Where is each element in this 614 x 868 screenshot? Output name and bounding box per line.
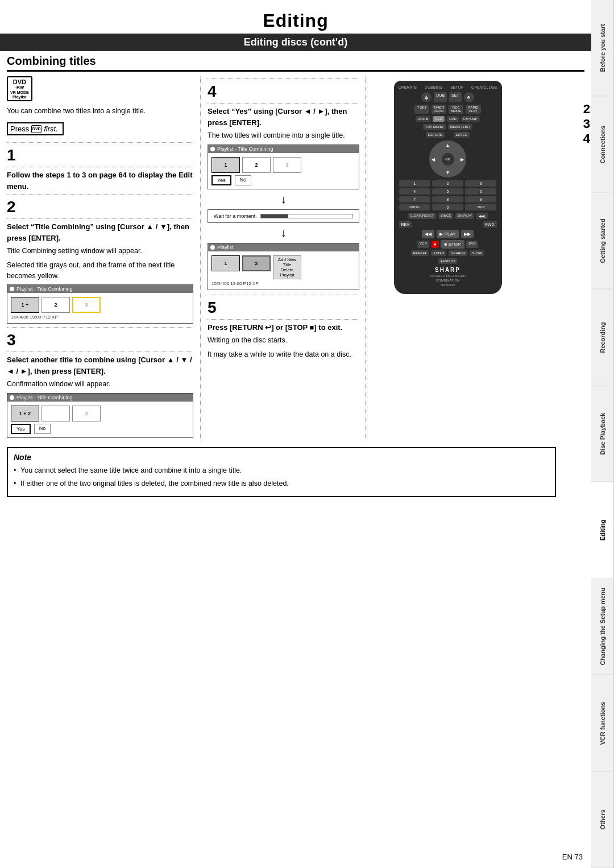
sidebar-tab-vcr-functions[interactable]: VCR functions: [591, 675, 614, 772]
no-btn[interactable]: No: [34, 424, 51, 434]
remote-btn-4[interactable]: 4: [399, 188, 430, 195]
remote-return-btn[interactable]: RETURN: [426, 132, 445, 138]
remote-dvd2-btn[interactable]: DVD: [466, 241, 478, 248]
add-new-title-btn[interactable]: Add New Title Delete Playlist: [273, 255, 301, 279]
remote-rec-btn[interactable]: ●: [432, 241, 439, 248]
remote-nav-center[interactable]: OK: [442, 153, 454, 166]
remote-prev-btn[interactable]: ◀◀|: [476, 213, 488, 219]
dotted-line-4: [7, 218, 193, 219]
step-2-number: 2: [7, 198, 193, 216]
remote-btn-3[interactable]: 3: [465, 180, 496, 187]
remote-recmode-btn[interactable]: RECMODE: [449, 105, 463, 114]
sidebar-tab-disc-playback[interactable]: Disc Playback: [591, 386, 614, 482]
remote-setup-btn[interactable]: SET: [449, 92, 462, 102]
screen-row-3: 1 2 3: [211, 157, 355, 173]
remote-audio-btn[interactable]: AUDIO: [431, 250, 446, 256]
remote-clearreset-btn[interactable]: CLEAR/RESET: [408, 213, 436, 219]
sidebar-tab-changing-setup[interactable]: Changing the Setup menu: [591, 578, 614, 675]
remote-btn-8[interactable]: 8: [432, 196, 463, 202]
step-2-body2: Selected title grays out, and the frame …: [7, 260, 193, 282]
remote-display-btn[interactable]: DISPLAY: [455, 213, 474, 219]
screen-row-2: 1 + 2 3: [11, 406, 189, 421]
remote-tset-btn[interactable]: T-SET: [414, 105, 429, 114]
remote-btn-9[interactable]: 9: [465, 196, 496, 202]
sidebar-num-3: 3: [583, 117, 590, 131]
remote-rapidplay-btn[interactable]: RAPIDPLAY: [466, 105, 480, 114]
remote-topmenu-btn[interactable]: TOP MENU: [423, 124, 445, 130]
remote-nav-ring: ▲ ▼ ◀ ▶ OK: [429, 140, 466, 177]
page-footer: EN 73: [562, 853, 583, 861]
step-4-body: The two titles will combine into a singl…: [208, 130, 359, 141]
remote-nav-down[interactable]: ▼: [446, 170, 450, 175]
remote-nav-up[interactable]: ▲: [446, 143, 450, 148]
remote-tset-row: T-SET TIMERPROG RECMODE RAPIDPLAY: [399, 104, 497, 114]
remote-vcr2-btn[interactable]: VCR: [417, 241, 429, 248]
remote-search-btn[interactable]: SEARCH: [449, 250, 467, 256]
remote-ff-btn[interactable]: ▶▶: [461, 230, 474, 238]
remote-power-btn[interactable]: ⏻: [421, 92, 432, 102]
remote-timer-btn[interactable]: TIMERPROG: [432, 105, 447, 114]
sidebar-tab-getting-started[interactable]: Getting started: [591, 193, 614, 290]
remote-zoom-btn[interactable]: ZOOM: [416, 116, 430, 122]
remote-vcr-btn[interactable]: VCR: [433, 116, 445, 122]
remote-btn-1[interactable]: 1: [399, 180, 430, 187]
section-banner: Editing discs (cont'd): [0, 34, 591, 51]
screen-cell-2: 2: [42, 297, 70, 313]
sidebar-numbers: 2 3 4: [583, 102, 590, 146]
progress-bar: [260, 214, 353, 218]
remote-rev-btn[interactable]: REV: [399, 221, 412, 228]
remote-btn-0[interactable]: 0: [432, 204, 463, 210]
sidebar-tab-before-you-start[interactable]: Before you start: [591, 0, 614, 97]
no-btn-2[interactable]: No: [235, 175, 252, 185]
screen-title-1: Playlist - Title Combining: [16, 286, 73, 292]
step-3-body: Confirmation window will appear.: [7, 379, 193, 390]
yes-btn-2[interactable]: Yes: [211, 175, 231, 185]
remote-btn-skip[interactable]: SKIP: [465, 204, 496, 210]
screen-title-2: Playlist - Title Combining: [16, 395, 73, 400]
screen-body-playlist: 1 2 Add New Title Delete Playlist 15/04/…: [208, 251, 359, 290]
remote-dvd-btn[interactable]: DVD: [447, 116, 459, 122]
note-item-2: If either one of the two original titles…: [14, 478, 549, 489]
remote-nav-right[interactable]: ▶: [460, 156, 464, 162]
remote-audio2-btn[interactable]: ●AUDIO2: [438, 258, 458, 264]
remote-btn-7[interactable]: 7: [399, 196, 430, 202]
screen-row-playlist: 1 2 Add New Title Delete Playlist: [211, 255, 355, 279]
sidebar-tab-connections[interactable]: Connections: [591, 97, 614, 193]
step-3-heading: Select another title to combine using [C…: [7, 354, 193, 377]
dotted-line-5: [7, 327, 193, 328]
page-title: Editing: [0, 10, 591, 31]
remote-rew-btn[interactable]: ◀◀: [422, 230, 434, 238]
dotted-line-1: [7, 142, 193, 143]
remote-dubbing-btn[interactable]: DUB: [434, 92, 447, 102]
remote-extra-row: ●AUDIO2: [399, 258, 497, 264]
remote-nav-left[interactable]: ◀: [432, 156, 435, 162]
sidebar-tab-recording[interactable]: Recording: [591, 290, 614, 386]
wait-text: Wait for a moment.: [214, 213, 257, 219]
remote-dubbing-label: DUBBING: [425, 85, 443, 89]
remote-cmskip-btn[interactable]: CM SKIP: [461, 116, 480, 122]
sidebar-tab-others[interactable]: Others: [591, 772, 614, 869]
remote-openclose-btn[interactable]: ⏏: [464, 92, 474, 102]
yes-btn[interactable]: Yes: [11, 424, 31, 434]
remote-enter-btn[interactable]: ENTER: [454, 132, 470, 138]
remote-btn-6[interactable]: 6: [465, 188, 496, 195]
dotted-line-2: [7, 167, 193, 167]
remote-return-row: RETURN ENTER: [399, 131, 497, 138]
remote-slow-btn[interactable]: SLOW: [470, 250, 484, 256]
main-content: Combining titles DVD -RW VR MODE Playlis…: [0, 51, 591, 497]
screen-cell-3: 3: [72, 297, 101, 313]
play-icon-playlist: [210, 245, 215, 250]
remote-since-btn[interactable]: SINCE: [438, 213, 453, 219]
remote-revfwd-label: [413, 221, 482, 228]
remote-stop-btn[interactable]: ■ STOP: [441, 240, 465, 249]
step-4-number: 4: [208, 82, 359, 101]
remote-play-btn[interactable]: ▶ PLAY: [437, 230, 458, 238]
remote-fwd-btn[interactable]: FWD: [483, 221, 497, 228]
remote-btn-5[interactable]: 5: [432, 188, 463, 195]
dotted-line-m4: [208, 319, 359, 320]
remote-menulist-btn[interactable]: MENU / LIST: [448, 124, 472, 130]
remote-btn-prog[interactable]: PROG: [399, 204, 430, 210]
remote-btn-2[interactable]: 2: [432, 180, 463, 187]
sidebar-tab-editing[interactable]: Editing: [591, 482, 614, 579]
remote-repeat-btn[interactable]: REPEAT: [411, 250, 429, 256]
